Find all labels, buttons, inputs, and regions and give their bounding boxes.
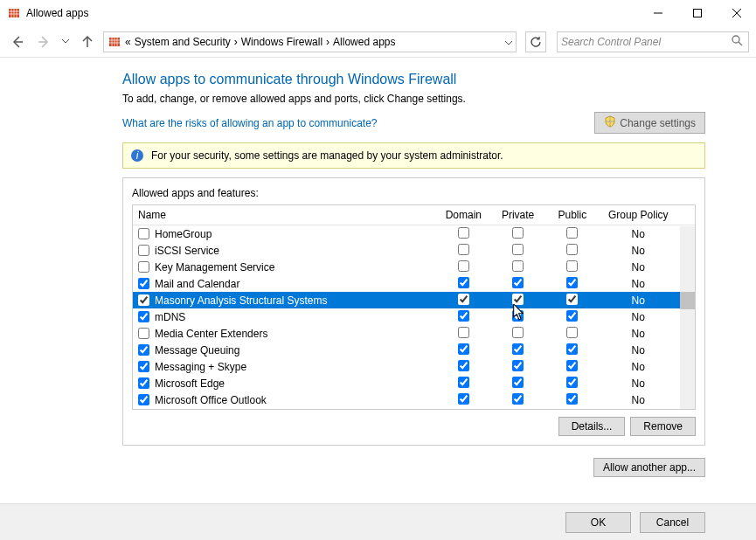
public-checkbox[interactable] — [566, 377, 578, 388]
public-checkbox[interactable] — [566, 410, 578, 411]
table-row[interactable]: Media Center ExtendersNo — [133, 325, 695, 342]
private-checkbox[interactable] — [512, 227, 524, 239]
table-row[interactable]: HomeGroupNo — [133, 225, 695, 243]
apps-table: Name Domain Private Public Group Policy … — [132, 204, 696, 410]
public-checkbox[interactable] — [566, 360, 578, 371]
app-enable-checkbox[interactable] — [138, 377, 149, 389]
public-checkbox[interactable] — [566, 277, 578, 288]
domain-checkbox[interactable] — [458, 294, 469, 305]
domain-checkbox[interactable] — [458, 377, 469, 388]
app-enable-checkbox[interactable] — [138, 361, 149, 372]
public-checkbox[interactable] — [566, 260, 578, 272]
domain-checkbox[interactable] — [458, 360, 469, 371]
scrollbar-thumb[interactable] — [680, 292, 695, 309]
svg-point-4 — [732, 36, 739, 43]
public-checkbox[interactable] — [566, 227, 578, 239]
private-checkbox[interactable] — [512, 294, 524, 305]
public-checkbox[interactable] — [566, 294, 578, 305]
private-checkbox[interactable] — [512, 343, 524, 355]
table-row[interactable]: Microsoft Office OutlookNo — [133, 391, 695, 408]
close-button[interactable] — [717, 0, 756, 26]
breadcrumb[interactable]: « System and Security › Windows Firewall… — [103, 31, 517, 52]
private-checkbox[interactable] — [512, 310, 524, 322]
details-button[interactable]: Details... — [558, 417, 626, 436]
col-name[interactable]: Name — [133, 205, 436, 225]
group-label: Allowed apps and features: — [132, 187, 696, 199]
app-enable-checkbox[interactable] — [138, 311, 149, 322]
public-checkbox[interactable] — [566, 327, 578, 338]
private-checkbox[interactable] — [512, 410, 524, 411]
app-enable-checkbox[interactable] — [138, 328, 149, 339]
app-enable-checkbox[interactable] — [138, 245, 149, 256]
app-enable-checkbox[interactable] — [138, 278, 149, 289]
scrollbar[interactable] — [680, 226, 695, 409]
col-gp[interactable]: Group Policy — [600, 205, 677, 225]
maximize-button[interactable] — [677, 0, 717, 26]
domain-checkbox[interactable] — [458, 393, 469, 405]
domain-checkbox[interactable] — [458, 310, 469, 322]
public-checkbox[interactable] — [566, 310, 578, 322]
col-domain[interactable]: Domain — [436, 205, 490, 225]
minimize-button[interactable] — [638, 0, 677, 26]
chevron-right-icon: › — [234, 36, 238, 48]
main-content: Allow apps to communicate through Window… — [0, 58, 756, 477]
public-checkbox[interactable] — [566, 343, 578, 355]
app-enable-checkbox[interactable] — [138, 394, 149, 405]
private-checkbox[interactable] — [512, 327, 524, 338]
up-button[interactable] — [77, 31, 98, 52]
app-enable-checkbox[interactable] — [138, 228, 149, 239]
app-enable-checkbox[interactable] — [138, 261, 149, 273]
app-name: Media Center Extenders — [155, 328, 267, 340]
table-row[interactable]: Mail and CalendarNo — [133, 275, 695, 292]
back-button[interactable] — [7, 31, 28, 52]
table-row[interactable]: Masonry Analysis Structural SystemsNo — [133, 292, 695, 308]
app-name: mDNS — [155, 311, 185, 323]
breadcrumb-item[interactable]: Windows Firewall — [241, 36, 323, 48]
domain-checkbox[interactable] — [458, 260, 469, 272]
forward-button[interactable] — [33, 31, 54, 52]
search-input[interactable] — [561, 36, 745, 48]
public-checkbox[interactable] — [566, 244, 578, 255]
app-name: Key Management Service — [155, 261, 274, 273]
private-checkbox[interactable] — [512, 360, 524, 371]
table-row[interactable]: Message QueuingNo — [133, 342, 695, 358]
app-enable-checkbox[interactable] — [138, 344, 149, 356]
table-row[interactable]: Key Management ServiceNo — [133, 259, 695, 275]
gp-value: No — [600, 259, 677, 275]
col-public[interactable]: Public — [545, 205, 600, 225]
search-box[interactable] — [557, 31, 749, 52]
private-checkbox[interactable] — [512, 377, 524, 388]
private-checkbox[interactable] — [512, 260, 524, 272]
refresh-button[interactable] — [525, 31, 546, 52]
recent-dropdown[interactable] — [59, 39, 72, 44]
breadcrumb-item[interactable]: System and Security — [135, 36, 231, 48]
domain-checkbox[interactable] — [458, 410, 469, 411]
table-row[interactable]: Messaging + SkypeNo — [133, 358, 695, 375]
table-row[interactable]: mDNSNo — [133, 308, 695, 325]
private-checkbox[interactable] — [512, 244, 524, 255]
gp-value: No — [600, 358, 677, 375]
domain-checkbox[interactable] — [458, 277, 469, 288]
domain-checkbox[interactable] — [458, 343, 469, 355]
col-private[interactable]: Private — [490, 205, 544, 225]
remove-button[interactable]: Remove — [630, 417, 696, 436]
table-row[interactable]: Microsoft PeopleNo — [133, 408, 695, 410]
ok-button[interactable]: OK — [565, 512, 631, 533]
app-enable-checkbox[interactable] — [138, 294, 149, 306]
table-row[interactable]: iSCSI ServiceNo — [133, 242, 695, 259]
domain-checkbox[interactable] — [458, 227, 469, 239]
cancel-button[interactable]: Cancel — [640, 512, 705, 533]
allow-another-button[interactable]: Allow another app... — [593, 458, 705, 477]
breadcrumb-dropdown[interactable] — [505, 36, 512, 48]
public-checkbox[interactable] — [566, 393, 578, 405]
domain-checkbox[interactable] — [458, 244, 469, 255]
table-row[interactable]: Microsoft EdgeNo — [133, 375, 695, 391]
domain-checkbox[interactable] — [458, 327, 469, 338]
app-name: iSCSI Service — [155, 245, 219, 257]
private-checkbox[interactable] — [512, 277, 524, 288]
breadcrumb-item[interactable]: Allowed apps — [333, 36, 395, 48]
gp-value: No — [600, 242, 677, 259]
risks-link[interactable]: What are the risks of allowing an app to… — [122, 117, 377, 129]
change-settings-button[interactable]: Change settings — [594, 112, 705, 134]
private-checkbox[interactable] — [512, 393, 524, 405]
